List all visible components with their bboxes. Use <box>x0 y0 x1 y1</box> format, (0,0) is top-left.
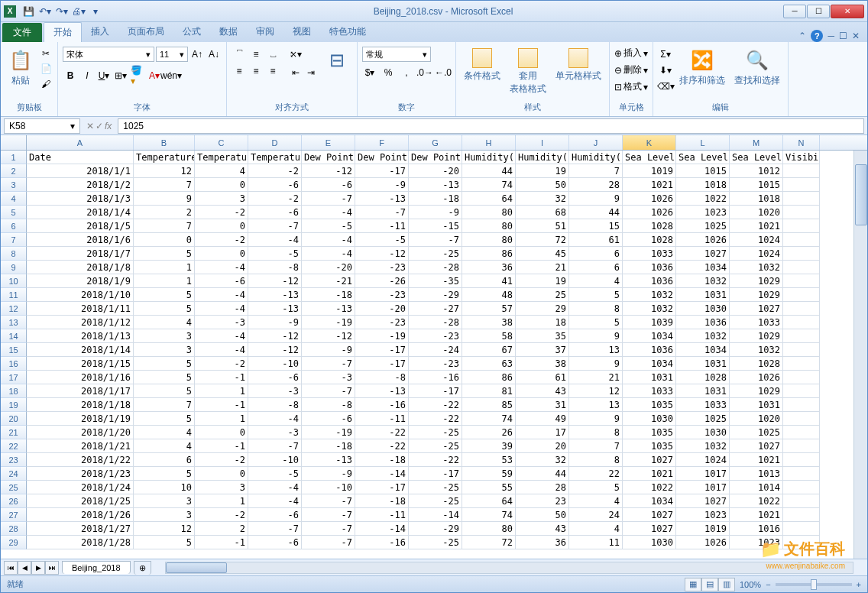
cell[interactable]: 6 <box>569 261 623 274</box>
col-header-C[interactable]: C <box>195 135 248 150</box>
cell[interactable]: 2018/1/12 <box>27 316 134 329</box>
cell[interactable]: -26 <box>355 274 409 288</box>
cell[interactable]: 50 <box>516 178 569 192</box>
cell[interactable]: 1036 <box>623 274 676 288</box>
grow-font-icon[interactable]: A↑ <box>189 47 205 62</box>
cell[interactable]: 1023 <box>676 508 730 522</box>
cell[interactable]: -4 <box>195 288 248 302</box>
cell[interactable]: -2 <box>195 508 248 522</box>
tab-4[interactable]: 数据 <box>210 22 247 42</box>
cell[interactable]: 24 <box>569 508 623 522</box>
cell[interactable]: -4 <box>248 233 302 247</box>
cell[interactable]: 18 <box>516 316 569 329</box>
cell[interactable] <box>783 329 820 343</box>
cell[interactable]: -28 <box>409 316 462 329</box>
row-header[interactable]: 27 <box>1 508 27 522</box>
cell[interactable]: 21 <box>516 261 569 274</box>
cell[interactable]: 11 <box>569 536 623 549</box>
col-header-L[interactable]: L <box>676 135 730 150</box>
cell[interactable]: 8 <box>569 426 623 439</box>
cell[interactable]: -20 <box>409 164 462 178</box>
cell[interactable]: -1 <box>195 439 248 453</box>
cell[interactable]: -5 <box>355 233 409 247</box>
delete-cells-button[interactable]: ⊖ 删除 ▾ <box>614 63 648 76</box>
cell[interactable]: 81 <box>462 384 516 398</box>
cell[interactable]: 1022 <box>623 481 676 494</box>
cell[interactable]: 2018/1/8 <box>27 261 134 274</box>
cell[interactable]: 8 <box>569 302 623 316</box>
col-header-I[interactable]: I <box>516 135 569 150</box>
row-header[interactable]: 17 <box>1 371 27 384</box>
cell[interactable]: 0 <box>195 247 248 261</box>
copy-icon[interactable]: 📄 <box>39 62 53 76</box>
cell[interactable]: 7 <box>134 219 195 233</box>
autosum-button[interactable]: Σ▾ <box>658 47 673 62</box>
cell[interactable]: 2018/1/24 <box>27 481 134 494</box>
cell[interactable]: -5 <box>302 219 355 233</box>
row-header[interactable]: 20 <box>1 412 27 426</box>
cell[interactable]: 1023 <box>676 206 730 219</box>
cell[interactable]: 4 <box>195 164 248 178</box>
cell[interactable]: 1032 <box>623 302 676 316</box>
cancel-formula-icon[interactable]: ✕ <box>86 121 94 131</box>
cell[interactable]: -19 <box>355 329 409 343</box>
cell[interactable]: 5 <box>569 481 623 494</box>
cell[interactable]: 1021 <box>730 219 783 233</box>
cell[interactable]: 1036 <box>676 316 730 329</box>
number-format-select[interactable]: 常规▾ <box>362 47 431 62</box>
cell[interactable]: 2018/1/18 <box>27 398 134 412</box>
cell[interactable]: 6 <box>134 453 195 467</box>
cell[interactable]: 49 <box>516 412 569 426</box>
cell[interactable]: -9 <box>355 178 409 192</box>
cell[interactable]: 1031 <box>623 371 676 384</box>
mdi-close-icon[interactable]: ✕ <box>852 31 860 41</box>
cell[interactable] <box>783 288 820 302</box>
cell[interactable]: 20 <box>516 439 569 453</box>
cell[interactable]: -9 <box>409 206 462 219</box>
cell[interactable]: 1025 <box>730 426 783 439</box>
cell[interactable]: 8 <box>569 453 623 467</box>
cell[interactable]: 36 <box>516 536 569 549</box>
cell[interactable] <box>783 371 820 384</box>
cell[interactable] <box>783 206 820 219</box>
cell[interactable]: 1013 <box>730 467 783 481</box>
cell[interactable]: Humidity( <box>516 151 569 164</box>
shrink-font-icon[interactable]: A↓ <box>206 47 222 62</box>
cell[interactable]: 1012 <box>730 164 783 178</box>
cell[interactable]: 7 <box>569 439 623 453</box>
cell[interactable]: 0 <box>195 178 248 192</box>
cell[interactable]: 1036 <box>623 343 676 357</box>
cell[interactable]: 13 <box>569 398 623 412</box>
cell[interactable]: -17 <box>355 164 409 178</box>
cell[interactable]: 67 <box>462 343 516 357</box>
cell[interactable]: Dew Point <box>355 151 409 164</box>
cell[interactable] <box>783 439 820 453</box>
cut-icon[interactable]: ✂ <box>39 47 53 60</box>
cell[interactable]: -12 <box>302 329 355 343</box>
tab-file[interactable]: 文件 <box>2 23 42 42</box>
cell[interactable]: -7 <box>302 384 355 398</box>
cell[interactable]: 12 <box>134 164 195 178</box>
row-header[interactable]: 4 <box>1 192 27 206</box>
cell[interactable]: -7 <box>302 508 355 522</box>
sort-filter-button[interactable]: 🔀排序和筛选 <box>676 47 728 89</box>
close-button[interactable]: ✕ <box>831 5 864 18</box>
col-header-E[interactable]: E <box>302 135 355 150</box>
cell[interactable]: 1029 <box>730 329 783 343</box>
row-header[interactable]: 6 <box>1 219 27 233</box>
cell[interactable]: 1022 <box>676 192 730 206</box>
tab-5[interactable]: 审阅 <box>247 22 283 42</box>
cell[interactable]: 1025 <box>676 219 730 233</box>
cell[interactable]: -4 <box>195 261 248 274</box>
font-color-button[interactable]: A▾ <box>147 68 162 83</box>
cell[interactable]: -10 <box>302 481 355 494</box>
cell[interactable] <box>783 302 820 316</box>
cell[interactable]: 2018/1/23 <box>27 467 134 481</box>
cell[interactable]: 1020 <box>730 412 783 426</box>
maximize-button[interactable]: ☐ <box>807 5 830 18</box>
orientation-button[interactable]: ⤪▾ <box>288 47 303 62</box>
row-header[interactable]: 9 <box>1 261 27 274</box>
cell[interactable]: 1018 <box>730 192 783 206</box>
cell[interactable]: -8 <box>302 398 355 412</box>
cell[interactable]: 5 <box>134 357 195 371</box>
